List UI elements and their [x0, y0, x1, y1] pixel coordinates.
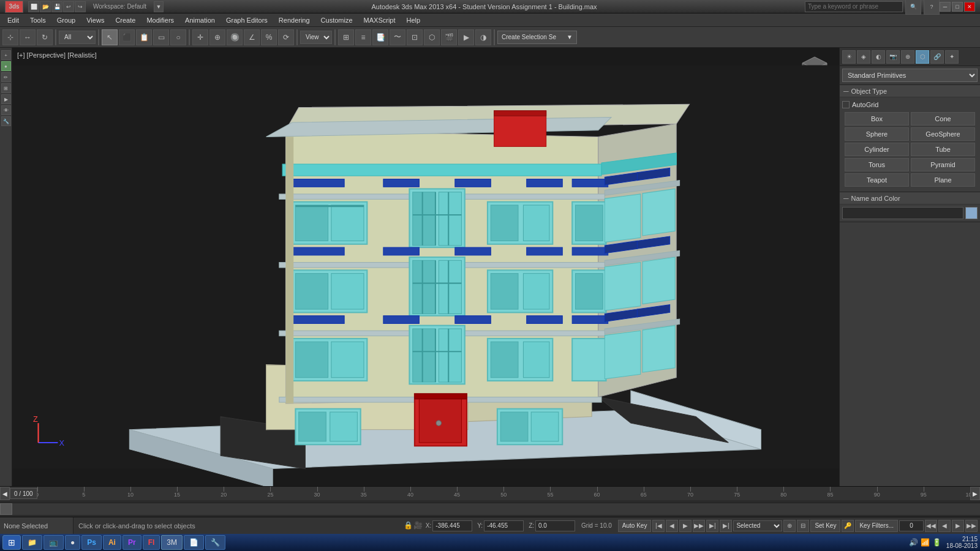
viewport-lock-icon[interactable]: 🎥 [413, 521, 423, 531]
color-swatch[interactable] [965, 207, 978, 219]
taskbar-app-5[interactable]: Pr [123, 535, 141, 550]
primitives-dropdown[interactable]: Standard Primitives Extended Primitives … [842, 69, 978, 82]
selected-dropdown[interactable]: Selected [733, 520, 782, 531]
select-by-name-btn[interactable]: 📋 [136, 29, 152, 45]
obj-btn-cylinder[interactable]: Cylinder [845, 143, 909, 156]
lt-display[interactable]: 👁 [1, 105, 11, 115]
taskbar-app-1[interactable]: 📺 [43, 535, 64, 550]
lt-expand[interactable]: + [1, 50, 11, 60]
menu-rendering[interactable]: Rendering [274, 14, 315, 26]
autokey-btn[interactable]: Auto Key [618, 520, 652, 532]
taskbar-app-2[interactable]: ● [65, 535, 80, 550]
transform-btn[interactable]: ✛ [192, 29, 208, 45]
obj-btn-cone[interactable]: Cone [911, 112, 975, 126]
create-selection-btn[interactable]: Create Selection Se ▼ [497, 31, 577, 44]
taskbar-app-3[interactable]: Ps [81, 535, 102, 550]
anim-extra-1[interactable]: ⊕ [783, 520, 796, 532]
move-gizmo-btn[interactable]: ⊕ [209, 29, 225, 45]
obj-btn-plane[interactable]: Plane [911, 173, 975, 187]
menu-maxscript[interactable]: MAXScript [359, 14, 401, 26]
taskbar-app-7[interactable]: 3M [161, 535, 183, 550]
name-color-header[interactable]: ─ Name and Color [840, 192, 980, 204]
lt-motion[interactable]: ▶ [1, 94, 11, 104]
filter-dropdown[interactable]: All [59, 31, 96, 44]
curve-editor-btn[interactable]: 〜 [390, 29, 405, 45]
new-btn[interactable]: ⬜ [28, 1, 39, 12]
anim-extra-2[interactable]: ⊟ [797, 520, 809, 532]
rotate-tool[interactable]: ↻ [37, 29, 53, 45]
transport-back[interactable]: ◀◀ [925, 520, 937, 532]
key-filters-btn[interactable]: Key Filters... [855, 520, 898, 532]
transport-fwd[interactable]: ▶▶ [965, 520, 978, 532]
render-btn[interactable]: ▶ [458, 29, 474, 45]
taskbar-app-6[interactable]: Fl [143, 535, 160, 550]
x-value[interactable]: -386.445 [432, 520, 472, 531]
align-btn[interactable]: ≡ [355, 29, 371, 45]
object-type-header[interactable]: ─ Object Type [840, 85, 980, 97]
tray-sound[interactable]: 🔊 [909, 538, 918, 547]
autogrid-checkbox[interactable] [842, 101, 850, 108]
rp-effects-icon[interactable]: ✦ [945, 50, 959, 64]
material-editor-btn[interactable]: ⬡ [424, 29, 440, 45]
obj-btn-torus[interactable]: Torus [845, 158, 909, 171]
tray-network[interactable]: 📶 [921, 538, 930, 547]
rp-shape-icon[interactable]: ◈ [857, 50, 870, 64]
obj-btn-sphere[interactable]: Sphere [845, 127, 909, 141]
timeline-prev[interactable]: ◀ [0, 487, 10, 500]
minimize-btn[interactable]: ─ [940, 2, 951, 12]
transport-step-back[interactable]: ◀ [938, 520, 951, 532]
help-btn[interactable]: ? [924, 0, 940, 15]
anim-prev-key[interactable]: ◀ [666, 520, 678, 532]
spinner-snap[interactable]: ⟳ [278, 29, 294, 45]
set-key-icon[interactable]: 🔑 [842, 520, 854, 532]
render-setup-btn[interactable]: 🎬 [441, 29, 457, 45]
menu-create[interactable]: Create [110, 14, 140, 26]
timeline-ruler[interactable]: 0510152025303540455055606570758085909510… [37, 487, 970, 500]
rp-display-icon[interactable]: ☀ [842, 50, 856, 64]
schematic-view-btn[interactable]: ⊡ [407, 29, 423, 45]
obj-btn-geosphere[interactable]: GeoSphere [911, 127, 975, 141]
menu-modifiers[interactable]: Modifiers [141, 14, 179, 26]
app-logo[interactable]: 3ds [5, 1, 23, 13]
scrubber-track[interactable] [0, 503, 980, 515]
obj-btn-box[interactable]: Box [845, 112, 909, 126]
view-dropdown[interactable]: View [300, 31, 332, 44]
viewport[interactable]: [+] [Perspective] [Realistic] [12, 48, 839, 486]
lt-create[interactable]: ● [1, 61, 11, 71]
menu-animation[interactable]: Animation [180, 14, 220, 26]
anim-go-end[interactable]: ▶| [720, 520, 732, 532]
workspace-dropdown[interactable]: ▼ [154, 1, 164, 12]
menu-customize[interactable]: Customize [316, 14, 358, 26]
taskbar-app-9[interactable]: 🔧 [205, 535, 225, 550]
transport-step-fwd[interactable]: ▶ [952, 520, 964, 532]
lt-hierarchy[interactable]: ⊞ [1, 83, 11, 93]
lt-utilities[interactable]: 🔧 [1, 116, 11, 126]
angle-snap[interactable]: ∠ [244, 29, 260, 45]
mirror-btn[interactable]: ⊞ [338, 29, 354, 45]
set-key-btn[interactable]: Set Key [810, 520, 840, 532]
start-button[interactable]: ⊞ [2, 535, 21, 550]
obj-btn-teapot[interactable]: Teapot [845, 173, 909, 187]
snaps-toggle[interactable]: 🔘 [227, 29, 243, 45]
rp-camera-icon[interactable]: 📷 [886, 50, 900, 64]
anim-go-start[interactable]: |◀ [652, 520, 665, 532]
undo-btn[interactable]: ↩ [63, 1, 74, 12]
rectangle-select-btn[interactable]: ▭ [153, 29, 169, 45]
scrubber-area[interactable] [0, 500, 980, 517]
obj-btn-tube[interactable]: Tube [911, 143, 975, 156]
search-icon[interactable]: 🔍 [905, 0, 921, 15]
lt-modify[interactable]: ✏ [1, 72, 11, 82]
percent-snap[interactable]: % [261, 29, 277, 45]
search-input[interactable] [805, 1, 903, 12]
move-tool[interactable]: ↔ [20, 29, 36, 45]
menu-views[interactable]: Views [81, 14, 109, 26]
anim-play-reverse[interactable]: ▶▶ [693, 520, 705, 532]
timeline-next[interactable]: ▶ [970, 487, 980, 500]
layer-mgr-btn[interactable]: 📑 [372, 29, 388, 45]
circle-select-btn[interactable]: ○ [170, 29, 186, 45]
anim-next-key[interactable]: ▶| [706, 520, 718, 532]
select-region-btn[interactable]: ⬛ [119, 29, 135, 45]
frame-input[interactable] [899, 520, 924, 531]
select-btn[interactable]: ↖ [102, 29, 118, 45]
open-btn[interactable]: 📂 [40, 1, 51, 12]
